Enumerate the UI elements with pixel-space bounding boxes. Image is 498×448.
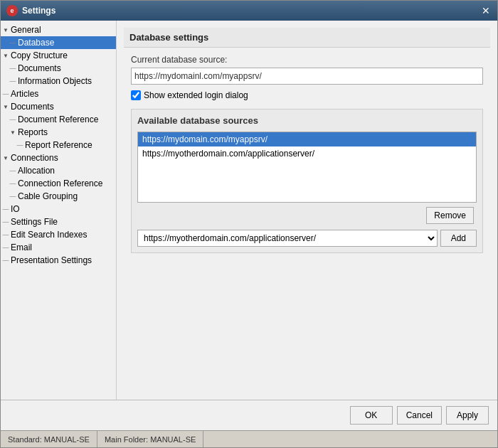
sidebar-label-articles: Articles <box>11 89 38 99</box>
expander-icon-articles: — <box>1 90 11 97</box>
expander-icon-information-objects: — <box>8 78 18 85</box>
expander-icon-cable-grouping: — <box>8 193 18 200</box>
cancel-button[interactable]: Cancel <box>397 406 442 425</box>
expander-icon-edit-search-indexes: — <box>1 231 11 238</box>
expander-icon-email: — <box>1 244 11 251</box>
add-button[interactable]: Add <box>440 230 477 247</box>
sidebar-item-report-reference[interactable]: —Report Reference <box>1 139 116 151</box>
sidebar-label-database: Database <box>18 38 54 48</box>
available-sources-section: Available database sources https://mydom… <box>131 109 483 253</box>
expander-icon-general: ▼ <box>1 27 11 33</box>
sidebar-item-email[interactable]: —Email <box>1 241 116 254</box>
footer: OK Cancel Apply <box>1 400 497 430</box>
sidebar-label-allocation: Allocation <box>18 166 55 176</box>
sidebar-label-report-reference: Report Reference <box>25 140 92 150</box>
sidebar-label-io: IO <box>11 204 20 214</box>
sidebar-item-presentation-settings[interactable]: —Presentation Settings <box>1 254 116 267</box>
expander-icon-connection-reference: — <box>8 180 18 187</box>
extended-login-label: Show extended login dialog <box>144 90 248 100</box>
expander-icon-io: — <box>1 206 11 213</box>
db-source-item-src1[interactable]: https://mydomain.com/myappsrv/ <box>138 132 476 146</box>
sidebar-item-documents-sub[interactable]: —Documents <box>1 62 116 75</box>
sidebar-item-documents[interactable]: ▼Documents <box>1 100 116 113</box>
checkbox-row: Show extended login dialog <box>131 90 483 100</box>
sidebar-label-settings-file: Settings File <box>11 217 58 227</box>
main-content: ▼General—Database▼Copy Structure—Documen… <box>1 21 497 400</box>
status-left: Standard: MANUAL-SE <box>1 431 97 447</box>
sidebar-label-presentation-settings: Presentation Settings <box>11 255 92 265</box>
expander-icon-database: — <box>8 39 18 46</box>
sidebar-label-copy-structure: Copy Structure <box>11 50 68 60</box>
sidebar-label-information-objects: Information Objects <box>18 76 92 86</box>
sidebar-label-reports: Reports <box>18 127 48 137</box>
sidebar: ▼General—Database▼Copy Structure—Documen… <box>1 21 117 400</box>
add-dropdown[interactable]: https://myotherdomain.com/applicationser… <box>137 230 438 247</box>
sidebar-item-general[interactable]: ▼General <box>1 23 116 36</box>
status-bar: Standard: MANUAL-SE Main Folder: MANUAL-… <box>1 430 497 447</box>
sidebar-label-edit-search-indexes: Edit Search Indexes <box>11 230 87 240</box>
sidebar-item-copy-structure[interactable]: ▼Copy Structure <box>1 49 116 62</box>
remove-button[interactable]: Remove <box>426 207 474 224</box>
expander-icon-connections: ▼ <box>1 155 11 161</box>
expander-icon-document-reference: — <box>8 116 18 123</box>
sidebar-label-connection-reference: Connection Reference <box>18 178 102 188</box>
sidebar-item-connection-reference[interactable]: —Connection Reference <box>1 177 116 190</box>
ok-button[interactable]: OK <box>350 406 393 425</box>
status-right: Main Folder: MANUAL-SE <box>97 431 203 447</box>
right-panel: Database settings Current database sourc… <box>117 21 497 400</box>
sidebar-item-allocation[interactable]: —Allocation <box>1 164 116 177</box>
sidebar-item-information-objects[interactable]: —Information Objects <box>1 75 116 87</box>
expander-icon-documents: ▼ <box>1 104 11 110</box>
sidebar-item-document-reference[interactable]: —Document Reference <box>1 113 116 126</box>
apply-button[interactable]: Apply <box>446 406 489 425</box>
expander-icon-presentation-settings: — <box>1 257 11 264</box>
expander-icon-allocation: — <box>8 167 18 174</box>
current-db-input[interactable] <box>131 68 483 85</box>
expander-icon-settings-file: — <box>1 218 11 225</box>
sidebar-item-settings-file[interactable]: —Settings File <box>1 215 116 228</box>
current-db-label: Current database source: <box>131 55 483 65</box>
settings-window: e Settings ✕ ▼General—Database▼Copy Stru… <box>0 0 498 448</box>
sidebar-item-cable-grouping[interactable]: —Cable Grouping <box>1 190 116 203</box>
close-button[interactable]: ✕ <box>480 5 492 16</box>
sidebar-label-email: Email <box>11 242 32 252</box>
sidebar-label-document-reference: Document Reference <box>18 114 98 124</box>
expander-icon-report-reference: — <box>15 142 25 149</box>
sidebar-item-articles[interactable]: —Articles <box>1 87 116 100</box>
list-actions: Remove <box>137 207 477 224</box>
database-settings-title: Database settings <box>124 28 490 48</box>
sidebar-item-database[interactable]: —Database <box>1 36 116 49</box>
expander-icon-copy-structure: ▼ <box>1 53 11 59</box>
sidebar-item-reports[interactable]: ▼Reports <box>1 126 116 139</box>
window-title: Settings <box>22 6 480 16</box>
sidebar-label-connections: Connections <box>11 153 58 163</box>
sidebar-label-general: General <box>11 25 41 35</box>
sidebar-item-connections[interactable]: ▼Connections <box>1 151 116 164</box>
app-icon: e <box>6 5 18 16</box>
expander-icon-reports: ▼ <box>8 129 18 136</box>
available-sources-title: Available database sources <box>137 115 477 126</box>
sidebar-label-documents-sub: Documents <box>18 63 61 73</box>
sidebar-item-io[interactable]: —IO <box>1 203 116 215</box>
db-source-item-src2[interactable]: https://myotherdomain.com/applicationser… <box>138 146 476 161</box>
add-row: https://myotherdomain.com/applicationser… <box>137 230 477 247</box>
sidebar-label-cable-grouping: Cable Grouping <box>18 191 78 201</box>
sidebar-label-documents: Documents <box>11 102 54 112</box>
title-bar: e Settings ✕ <box>1 1 497 21</box>
expander-icon-documents-sub: — <box>8 65 18 72</box>
extended-login-checkbox[interactable] <box>131 90 141 100</box>
sidebar-item-edit-search-indexes[interactable]: —Edit Search Indexes <box>1 228 116 241</box>
db-sources-list[interactable]: https://mydomain.com/myappsrv/https://my… <box>137 132 477 203</box>
